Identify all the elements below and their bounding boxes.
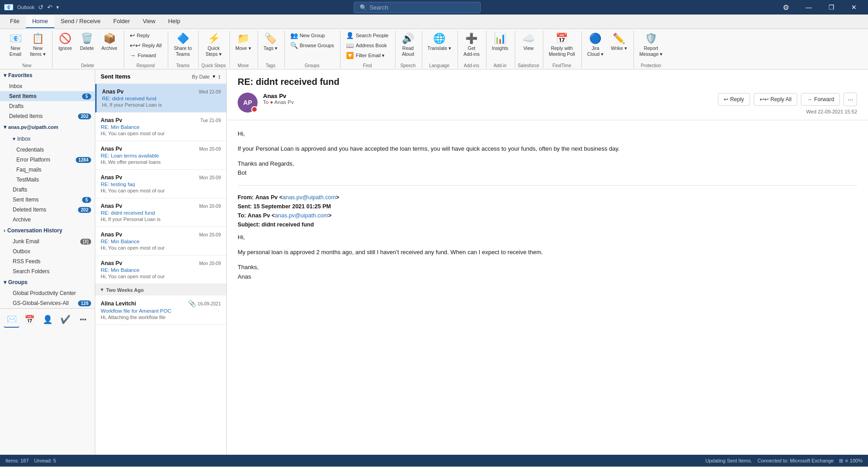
jira-cloud-button[interactable]: 🔵 JiraCloud ▾ <box>585 31 606 59</box>
sidebar-item-junk[interactable]: Junk Email [3] <box>0 236 95 246</box>
ignore-button[interactable]: 🚫 Ignore <box>55 31 75 53</box>
get-add-ins-icon: ➕ <box>465 33 478 44</box>
tags-button[interactable]: 🏷️ Tags ▾ <box>261 31 281 53</box>
sidebar-item-outbox[interactable]: Outbox <box>0 246 95 256</box>
sidebar-item-deleted[interactable]: Deleted Items 202 <box>0 111 95 121</box>
email-item-7[interactable]: Anas Pv Mon 20-09 RE: Min Balance Hi, Yo… <box>95 256 226 284</box>
calendar-nav-icon[interactable]: 📅 <box>21 311 37 328</box>
insights-button[interactable]: 📊 Insights <box>489 31 511 53</box>
inbox-sub-header[interactable]: ▾ Inbox <box>0 133 95 145</box>
tasks-nav-icon[interactable]: ✔️ <box>57 311 73 328</box>
forward-to-email[interactable]: anas.pv@uipath.com <box>275 212 328 219</box>
quick-access-undo[interactable]: ↶ <box>47 4 53 11</box>
from-email[interactable]: anas.pv@uipath.com <box>283 194 336 201</box>
address-book-button[interactable]: 📖 Address Book <box>343 41 389 50</box>
tab-file[interactable]: File <box>4 15 26 28</box>
sidebar-item-search-folders[interactable]: Search Folders <box>0 266 95 276</box>
share-to-teams-button[interactable]: 🔷 Share toTeams <box>171 31 195 59</box>
search-box[interactable]: 🔍 Search <box>354 2 481 13</box>
move-button[interactable]: 📁 Move ▾ <box>233 31 254 53</box>
quick-access-save[interactable]: ↺ <box>38 4 44 11</box>
groups-header[interactable]: ▾ Groups <box>0 276 95 288</box>
favorites-header[interactable]: ▾ Favorites <box>0 69 95 81</box>
quick-steps-button[interactable]: ⚡ QuickSteps ▾ <box>203 31 224 59</box>
tab-folder[interactable]: Folder <box>107 15 137 28</box>
reply-button[interactable]: ↩ Reply <box>127 31 152 40</box>
sidebar-item-inbox[interactable]: Inbox <box>0 81 95 91</box>
email-item-5[interactable]: Anas Pv Mon 20-09 RE: didnt received fun… <box>95 198 226 227</box>
sidebar-item-gs-global[interactable]: GS-Global-Services-All 128 <box>0 298 95 308</box>
protection-group-items: 🛡️ ReportMessage ▾ <box>637 31 666 62</box>
new-group-items: 📧 NewEmail 📋 NewItems ▾ <box>5 31 49 62</box>
close-btn[interactable]: ✕ <box>844 0 864 15</box>
sidebar-item-sent-items[interactable]: Sent Items 5 <box>0 91 95 101</box>
reply-label: Reply <box>137 33 150 38</box>
archive-button[interactable]: 📦 Archive <box>99 31 120 53</box>
sidebar-item-drafts2[interactable]: Drafts <box>0 185 95 195</box>
tab-send-receive[interactable]: Send / Receive <box>54 15 107 28</box>
sort-order-icon[interactable]: ↕ <box>218 73 221 80</box>
reply-meeting-poll-button[interactable]: 📅 Reply withMeeting Poll <box>546 31 578 59</box>
tab-help[interactable]: Help <box>162 15 187 28</box>
sort-dropdown-icon[interactable]: ▾ <box>213 74 215 79</box>
restore-btn[interactable]: ❐ <box>821 0 842 15</box>
people-nav-icon[interactable]: 👤 <box>39 311 55 328</box>
email-7-subject: RE: Min Balance <box>101 267 221 273</box>
reply-action-button[interactable]: ↩ Reply <box>718 93 750 106</box>
to-indicator: ● <box>270 99 273 105</box>
sort-label[interactable]: By Date <box>192 74 210 79</box>
sidebar-item-deleted2[interactable]: Deleted Items 202 <box>0 205 95 215</box>
sidebar-item-credentials[interactable]: Credentials <box>0 145 95 155</box>
new-group-button[interactable]: 👥 New Group <box>288 31 328 40</box>
sidebar-item-error-platform[interactable]: Error Platform 1284 <box>0 155 95 165</box>
email-item-2[interactable]: Anas Pv Tue 21-09 RE: Min Balance Hi, Yo… <box>95 113 226 141</box>
more-actions-button[interactable]: ··· <box>844 93 857 106</box>
forward-action-button[interactable]: → Forward <box>801 93 840 106</box>
new-items-button[interactable]: 📋 NewItems ▾ <box>27 31 49 59</box>
forward-button[interactable]: → Forward <box>127 51 159 60</box>
ribbon-group-salesforce: ☁️ View Salesforce <box>516 31 543 68</box>
view-mode-icon[interactable]: ⊞ <box>839 458 843 464</box>
settings-btn[interactable]: ⚙ <box>775 0 796 15</box>
filter-email-button[interactable]: 🔽 Filter Email ▾ <box>343 51 387 60</box>
search-people-button[interactable]: 👤 Search People <box>343 31 391 40</box>
status-bar-right: Updating Sent Items. Connected to: Micro… <box>706 458 863 464</box>
quick-steps-icon: ⚡ <box>208 33 220 44</box>
email-item-3[interactable]: Anas Pv Mon 20-09 RE: Loan terms availab… <box>95 141 226 170</box>
sidebar-item-rss[interactable]: RSS Feeds <box>0 256 95 266</box>
delete-button[interactable]: 🗑️ Delete <box>77 31 97 53</box>
email-item-6[interactable]: Anas Pv Mon 20-09 RE: Min Balance Hi, Yo… <box>95 227 226 256</box>
reply-all-action-button[interactable]: ↩↩ Reply All <box>754 93 798 106</box>
report-message-button[interactable]: 🛡️ ReportMessage ▾ <box>637 31 666 59</box>
sidebar-item-drafts[interactable]: Drafts <box>0 101 95 111</box>
account-header[interactable]: ▾ anas.pv@uipath.com <box>0 121 95 133</box>
conv-history-header[interactable]: › Conversation History <box>0 225 95 236</box>
sidebar-item-sent2[interactable]: Sent Items 5 <box>0 195 95 205</box>
wrike-button[interactable]: ✏️ Wrike ▾ <box>608 31 630 53</box>
new-email-button[interactable]: 📧 NewEmail <box>5 31 25 59</box>
get-add-ins-button[interactable]: ➕ GetAdd-ins <box>461 31 483 59</box>
email-item-4[interactable]: Anas Pv Mon 20-09 RE: testing faq Hi, Yo… <box>95 170 226 198</box>
quick-steps-label: QuickSteps ▾ <box>205 45 222 57</box>
email-item-tw-1[interactable]: Alina Levitchi 📎 16-09-2021 Workflow fil… <box>95 295 226 325</box>
more-nav-icon[interactable]: ••• <box>75 311 91 328</box>
minimize-btn[interactable]: — <box>798 0 819 15</box>
email-item-1[interactable]: Anas Pv Wed 22-09 RE: didnt received fun… <box>95 84 226 113</box>
tab-home[interactable]: Home <box>26 15 54 28</box>
view-salesforce-button[interactable]: ☁️ View <box>518 31 538 53</box>
tab-view[interactable]: View <box>137 15 162 28</box>
browse-groups-button[interactable]: 🔍 Browse Groups <box>288 41 337 50</box>
mail-nav-icon[interactable]: ✉️ <box>4 311 20 328</box>
sidebar-item-archive[interactable]: Archive <box>0 215 95 225</box>
view-mode-icon2[interactable]: ≡ <box>845 458 848 463</box>
read-aloud-button[interactable]: 🔊 ReadAloud <box>398 31 418 59</box>
sidebar-item-faq-mails[interactable]: Faq_mails <box>0 165 95 175</box>
two-weeks-divider[interactable]: ▾ Two Weeks Ago <box>95 284 226 295</box>
sidebar-item-test-mails[interactable]: TestMails <box>0 175 95 185</box>
reply-meeting-poll-label: Reply withMeeting Poll <box>549 45 575 57</box>
translate-button[interactable]: 🌐 Translate ▾ <box>425 31 454 53</box>
forward-action-label: Forward <box>814 96 834 103</box>
sidebar-item-global-productivity[interactable]: Global Productivity Center <box>0 288 95 298</box>
ribbon-group-new: 📧 NewEmail 📋 NewItems ▾ New <box>4 31 53 68</box>
reply-all-button[interactable]: ↩↩ Reply All <box>127 41 165 50</box>
